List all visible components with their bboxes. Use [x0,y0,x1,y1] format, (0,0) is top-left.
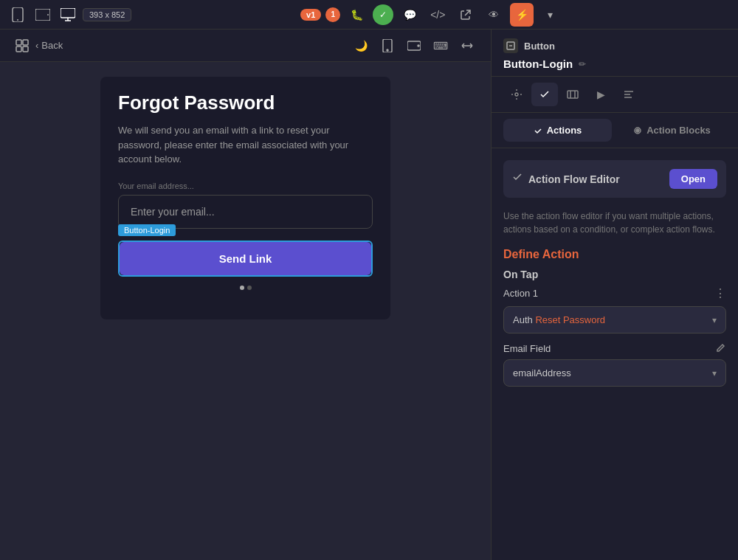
email-label: Your email address... [118,182,373,190]
widget-type-row: Button [503,38,726,53]
tab-row: Actions Action Blocks [492,113,738,148]
svg-point-26 [636,129,639,132]
email-field-label: Email Field [503,343,551,354]
svg-point-1 [17,19,18,21]
play-icon[interactable]: ▶ [587,83,614,106]
widget-type-label: Button [524,41,555,52]
external-link-icon[interactable] [454,3,477,27]
svg-rect-8 [23,40,28,45]
actions-tab-icon[interactable] [531,83,558,106]
dark-mode-icon[interactable]: 🌙 [349,34,373,58]
send-link-button[interactable]: Send Link [120,242,371,275]
widget-name-row: Button-Login ✏ [503,58,726,70]
auth-action-value: Auth Reset Password [513,314,605,325]
svg-point-18 [515,93,518,96]
notification-badge: 1 [325,7,340,22]
action-blocks-tab[interactable]: Action Blocks [618,119,726,142]
action-value: Reset Password [535,314,605,325]
svg-rect-4 [61,8,75,18]
actions-tab[interactable]: Actions [503,119,612,142]
action-number: Action 1 [503,288,538,299]
top-bar-left: 393 x 852 [7,4,131,25]
component-icon[interactable] [12,35,32,56]
page-dot-2 [247,286,252,290]
bug-icon[interactable]: 🐛 [345,3,368,27]
page-dot-1 [240,286,244,290]
back-chevron-icon: ‹ [35,40,38,51]
email-input-preview: Enter your email... [118,195,373,229]
canvas-tools: 🌙 ⌨ [349,34,479,58]
action-flow-card: Action Flow Editor Open [503,160,726,198]
email-field-label-row: Email Field [503,342,726,355]
svg-point-14 [418,45,419,46]
keyboard-icon[interactable]: ⌨ [429,34,452,58]
chevron-down-icon[interactable]: ▾ [538,3,562,27]
email-address-dropdown[interactable]: emailAddress ▾ [503,359,726,387]
page-heading: Forgot Password [118,91,373,114]
email-address-value: emailAddress [513,367,571,378]
svg-point-12 [387,49,388,51]
main-content: ‹ Back 🌙 ⌨ [0,30,738,560]
status-check: ✓ [373,4,393,25]
selected-button-wrapper: Button-Login Send Link [118,241,373,277]
action-flow-left: Action Flow Editor [512,173,620,185]
mobile-icon[interactable] [7,4,28,25]
canvas-toolbar: ‹ Back 🌙 ⌨ [0,30,491,62]
action-flow-icon [512,173,523,185]
back-label: Back [41,40,63,51]
action-menu-icon[interactable]: ⋮ [714,286,726,300]
action-blocks-tab-label: Action Blocks [646,125,711,136]
svg-point-3 [47,14,49,15]
widget-name: Button-Login [503,58,573,70]
page-indicator [118,286,373,290]
tablet-preview-icon[interactable] [402,34,426,58]
desktop-icon[interactable] [58,4,78,25]
right-panel: Button Button-Login ✏ [491,30,738,560]
panel-icon-row: ▶ [492,77,738,113]
selection-label: Button-Login [118,224,176,236]
lightning-icon[interactable]: ⚡ [510,3,534,27]
page-description: We will send you an email with a link to… [118,123,373,167]
top-bar: 393 x 852 v1 1 🐛 ✓ 💬 </> 👁 ⚡ ▾ [0,0,738,30]
canvas-area: ‹ Back 🌙 ⌨ [0,30,491,560]
version-badge: v1 [300,9,321,21]
panel-header: Button Button-Login ✏ [492,30,738,77]
resize-icon[interactable] [455,34,479,58]
top-bar-center: v1 1 🐛 ✓ 💬 </> 👁 ⚡ ▾ [300,3,562,27]
canvas-toolbar-left: ‹ Back [12,35,63,56]
svg-rect-19 [568,91,578,98]
eye-icon[interactable]: 👁 [482,3,506,27]
canvas-viewport: Forgot Password We will send you an emai… [0,62,491,560]
chat-icon[interactable]: 💬 [398,3,421,27]
animation-icon[interactable] [559,83,586,106]
back-button[interactable]: ‹ Back [35,40,63,51]
size-badge: 393 x 852 [83,8,131,21]
action-number-row: Action 1 ⋮ [503,286,726,300]
action-flow-label: Action Flow Editor [528,173,620,185]
properties-icon[interactable] [503,83,530,106]
auth-dropdown-chevron-icon: ▾ [712,315,717,325]
code-icon[interactable]: </> [426,3,449,27]
svg-rect-7 [16,40,21,45]
panel-body: Action Flow Editor Open Use the action f… [492,148,738,560]
more-options-icon[interactable] [615,83,642,106]
svg-rect-10 [23,46,28,52]
auth-action-dropdown[interactable]: Auth Reset Password ▾ [503,306,726,333]
mobile-preview-icon[interactable] [376,34,399,58]
auth-label: Auth [513,314,533,325]
email-field-edit-icon[interactable] [716,342,726,355]
define-action-title: Define Action [503,248,726,261]
open-button[interactable]: Open [669,169,717,189]
widget-type-icon [503,38,518,53]
page-title-area: Forgot Password We will send you an emai… [118,91,373,167]
phone-frame: Forgot Password We will send you an emai… [100,77,390,319]
widget-name-edit-icon[interactable]: ✏ [579,59,586,69]
action-flow-description: Use the action flow editor if you want m… [503,210,726,236]
email-dropdown-chevron-icon: ▾ [712,368,717,378]
selection-border: Send Link [118,241,373,277]
svg-rect-9 [16,46,21,52]
actions-tab-label: Actions [547,125,582,136]
on-tap-label: On Tap [503,269,726,280]
tablet-icon[interactable] [32,4,53,25]
